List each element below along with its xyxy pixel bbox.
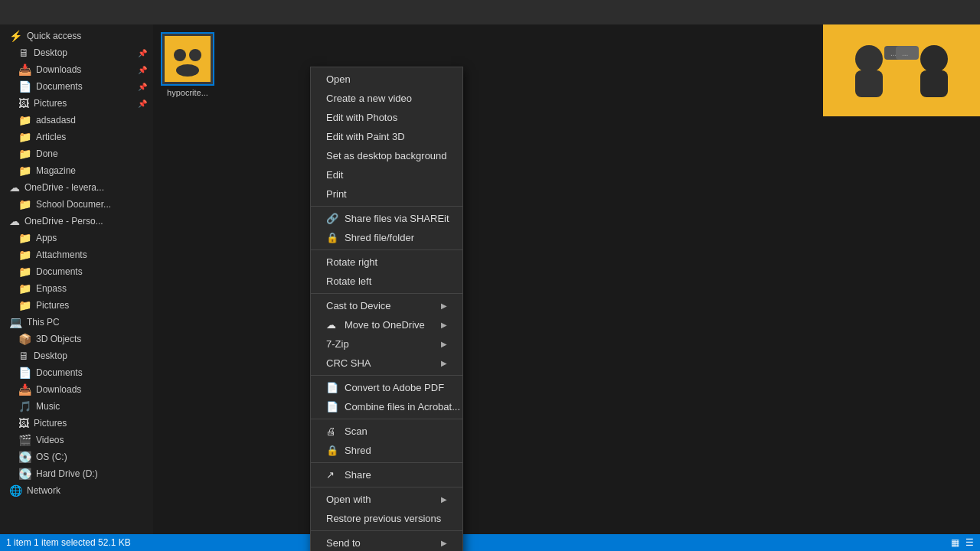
sidebar-item-downloads2[interactable]: 📥Downloads <box>0 381 153 398</box>
sidebar-icon-network: 🌐 <box>9 484 22 497</box>
sidebar-item-os-c[interactable]: 💽OS (C:) <box>0 448 153 465</box>
menu-item-shred2[interactable]: 🔒Shred <box>311 441 462 460</box>
sidebar-item-articles[interactable]: 📁Articles <box>0 129 153 145</box>
sidebar-label-documents2: Documents <box>36 266 83 277</box>
file-name-label: hypocrite... <box>167 88 208 97</box>
menu-item-create-new-video[interactable]: Create a new video <box>311 89 462 108</box>
status-text: 1 item 1 item selected 52.1 KB <box>6 537 131 548</box>
menu-item-print[interactable]: Print <box>311 184 462 204</box>
sidebar-item-music[interactable]: 🎵Music <box>0 398 153 415</box>
sidebar-item-documents2[interactable]: 📁Documents <box>0 263 153 280</box>
sidebar-item-documents3[interactable]: 📄Documents <box>0 364 153 381</box>
menu-label-crc-sha: CRC SHA <box>326 357 371 369</box>
menu-item-rotate-right[interactable]: Rotate right <box>311 253 462 272</box>
sidebar-item-this-pc[interactable]: 💻This PC <box>0 314 153 331</box>
submenu-arrow-crc-sha: ▶ <box>441 359 447 367</box>
sidebar-icon-os-c: 💽 <box>18 451 31 463</box>
submenu-arrow-7zip: ▶ <box>441 340 447 348</box>
menu-item-rotate-left[interactable]: Rotate left <box>311 272 462 291</box>
menu-item-share[interactable]: ↗Share <box>311 465 462 484</box>
sidebar-label-3d-objects: 3D Objects <box>36 334 81 344</box>
sidebar-label-pictures3: Pictures <box>34 418 67 429</box>
sidebar-item-school-doc[interactable]: 📁School Documer... <box>0 196 153 213</box>
menu-label-rotate-right: Rotate right <box>326 256 377 268</box>
menu-label-set-desktop-bg: Set as desktop background <box>326 150 447 161</box>
menu-label-open: Open <box>326 73 351 85</box>
menu-label-restore-previous: Restore previous versions <box>326 513 441 524</box>
sidebar-pin-downloads-pinned: 📌 <box>138 66 147 74</box>
svg-rect-6 <box>855 70 883 97</box>
sidebar-item-harddrive-d[interactable]: 💽Hard Drive (D:) <box>0 465 153 482</box>
sidebar-item-onedrive-pers[interactable]: ☁OneDrive - Perso... <box>0 213 153 230</box>
menu-item-scan[interactable]: 🖨Scan <box>311 422 462 441</box>
sidebar-label-videos: Videos <box>36 435 64 445</box>
svg-text:...: ... <box>902 49 908 57</box>
menu-separator-after-combine-acrobat <box>311 419 462 419</box>
menu-item-send-to[interactable]: Send to▶ <box>311 533 462 551</box>
sidebar-icon-quick-access: ⚡ <box>9 30 22 42</box>
sidebar-item-onedrive-lev[interactable]: ☁OneDrive - levera... <box>0 179 153 196</box>
sidebar-item-downloads-pinned[interactable]: 📥Downloads📌 <box>0 61 153 78</box>
sidebar-icon-articles: 📁 <box>18 131 31 143</box>
sidebar-label-school-doc: School Documer... <box>36 199 111 210</box>
menu-item-set-desktop-bg[interactable]: Set as desktop background <box>311 146 462 165</box>
submenu-arrow-cast-to-device: ▶ <box>441 302 447 310</box>
submenu-arrow-open-with: ▶ <box>441 495 447 504</box>
menu-item-convert-pdf[interactable]: 📄Convert to Adobe PDF <box>311 378 462 397</box>
sidebar-label-pictures-pinned: Pictures <box>34 98 67 109</box>
sidebar-item-network[interactable]: 🌐Network <box>0 482 153 499</box>
menu-item-edit-with-photos[interactable]: Edit with Photos <box>311 108 462 127</box>
sidebar-item-3d-objects[interactable]: 📦3D Objects <box>0 331 153 347</box>
menu-item-edit[interactable]: Edit <box>311 165 462 184</box>
sidebar-label-attachments: Attachments <box>36 249 87 260</box>
menu-label-scan: Scan <box>345 425 368 437</box>
svg-rect-4 <box>823 24 980 116</box>
sidebar-icon-desktop2: 🖥 <box>18 350 29 362</box>
menu-icon-share: ↗ <box>326 469 340 481</box>
menu-item-7zip[interactable]: 7-Zip▶ <box>311 334 462 354</box>
menu-item-crc-sha[interactable]: CRC SHA▶ <box>311 354 462 373</box>
sidebar-label-downloads-pinned: Downloads <box>36 64 81 75</box>
sidebar-item-pictures-pinned[interactable]: 🖼Pictures📌 <box>0 95 153 112</box>
menu-item-cast-to-device[interactable]: Cast to Device▶ <box>311 296 462 315</box>
svg-point-1 <box>174 49 186 61</box>
sidebar-item-pictures3[interactable]: 🖼Pictures <box>0 415 153 432</box>
sidebar-item-magazine[interactable]: 📁Magazine <box>0 162 153 179</box>
file-thumbnail[interactable]: hypocrite... <box>153 24 222 105</box>
sidebar-icon-apps: 📁 <box>18 232 31 244</box>
sidebar-icon-enpass: 📁 <box>18 282 31 295</box>
menu-icon-combine-acrobat: 📄 <box>326 401 340 412</box>
sidebar-item-enpass[interactable]: 📁Enpass <box>0 280 153 297</box>
sidebar-item-desktop2[interactable]: 🖥Desktop <box>0 347 153 364</box>
sidebar-item-adsadasd[interactable]: 📁adsadasd <box>0 112 153 129</box>
view-icon-grid[interactable]: ▦ <box>951 537 959 548</box>
menu-item-move-to-onedrive[interactable]: ☁Move to OneDrive▶ <box>311 315 462 334</box>
sidebar-item-desktop-pinned[interactable]: 🖥Desktop📌 <box>0 44 153 61</box>
menu-label-combine-acrobat: Combine files in Acrobat... <box>345 401 460 412</box>
view-icon-list[interactable]: ☰ <box>965 537 974 548</box>
sidebar-icon-adsadasd: 📁 <box>18 114 31 126</box>
menu-label-shred-folder: Shred file/folder <box>345 232 414 243</box>
sidebar-item-documents-pinned[interactable]: 📄Documents📌 <box>0 78 153 95</box>
sidebar-item-apps[interactable]: 📁Apps <box>0 230 153 246</box>
menu-separator-after-share <box>311 487 462 487</box>
menu-item-restore-previous[interactable]: Restore previous versions <box>311 509 462 528</box>
menu-label-edit-with-paint3d: Edit with Paint 3D <box>326 131 405 142</box>
sidebar-item-attachments[interactable]: 📁Attachments <box>0 246 153 263</box>
menu-item-open[interactable]: Open <box>311 70 462 89</box>
sidebar-icon-videos: 🎬 <box>18 434 31 446</box>
menu-item-share-shareit[interactable]: 🔗Share files via SHAREit <box>311 209 462 228</box>
menu-icon-share-shareit: 🔗 <box>326 213 340 224</box>
menu-item-combine-acrobat[interactable]: 📄Combine files in Acrobat... <box>311 397 462 416</box>
preview-image: ... ... <box>823 24 980 116</box>
sidebar-item-videos[interactable]: 🎬Videos <box>0 432 153 448</box>
menu-item-shred-folder[interactable]: 🔒Shred file/folder <box>311 228 462 247</box>
sidebar-item-pictures2[interactable]: 📁Pictures <box>0 297 153 314</box>
sidebar-label-downloads2: Downloads <box>36 384 81 395</box>
top-bar <box>0 0 980 24</box>
sidebar-item-quick-access[interactable]: ⚡Quick access <box>0 28 153 44</box>
menu-item-open-with[interactable]: Open with▶ <box>311 490 462 509</box>
menu-item-edit-with-paint3d[interactable]: Edit with Paint 3D <box>311 127 462 146</box>
sidebar-item-done[interactable]: 📁Done <box>0 145 153 162</box>
sidebar-pin-pictures-pinned: 📌 <box>138 99 147 108</box>
